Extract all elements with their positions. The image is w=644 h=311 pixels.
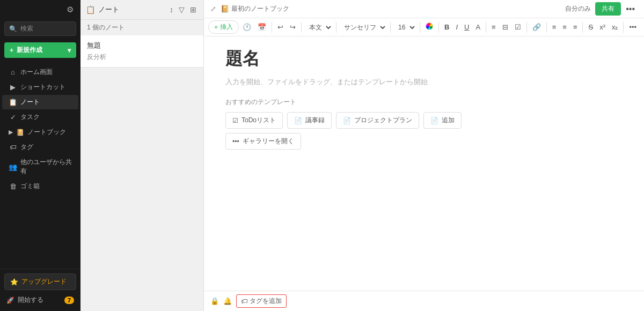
- template-minutes[interactable]: 📄 議事録: [287, 112, 332, 129]
- template-section: おすすめのテンプレート ☑ ToDoリスト 📄 議事録 📄 プロジェクトプラン …: [225, 98, 623, 150]
- note-list-count: 1 個のノート: [80, 20, 203, 35]
- note-item-title: 無題: [87, 41, 197, 50]
- tag-add-button[interactable]: 🏷 タグを追加: [236, 294, 287, 308]
- template-minutes-icon: 📄: [294, 117, 302, 124]
- new-button-label: 新規作成: [17, 46, 42, 55]
- sidebar-item-label: ショートカット: [20, 83, 65, 92]
- toolbar-sep-11: [623, 22, 624, 33]
- template-todo-icon: ☑: [232, 117, 238, 124]
- bullet-list-button[interactable]: ≡: [489, 21, 499, 33]
- italic-button[interactable]: I: [453, 21, 460, 33]
- editor-title: 題名: [225, 47, 623, 71]
- settings-icon[interactable]: ⚙: [65, 4, 75, 16]
- sidebar-item-tasks[interactable]: ✓ タスク: [2, 110, 78, 124]
- gallery-label: ギャラリーを開く: [243, 137, 294, 146]
- font-select[interactable]: サンセリフ: [339, 21, 387, 33]
- calendar-button[interactable]: 📅: [255, 21, 269, 33]
- align-left-button[interactable]: ≡: [550, 21, 559, 33]
- trash-icon: 🗑: [9, 182, 17, 190]
- toolbar-sep-9: [546, 22, 547, 33]
- link-button[interactable]: 🔗: [530, 21, 544, 33]
- insert-button[interactable]: + 挿入: [208, 20, 239, 34]
- search-bar[interactable]: 🔍 検索: [4, 21, 76, 36]
- sidebar-item-label: ノートブック: [27, 128, 66, 137]
- editor-placeholder: 入力を開始、ファイルをドラッグ、またはテンプレートから開始: [225, 77, 623, 87]
- editor-footer: 🔒 🔔 🏷 タグを追加: [204, 291, 644, 311]
- clock-button[interactable]: 🕐: [240, 21, 254, 33]
- sidebar-item-label: ノート: [20, 98, 40, 107]
- note-list-actions: ↕ ▽ ⊞: [168, 4, 198, 15]
- search-placeholder: 検索: [20, 24, 33, 33]
- start-icon: 🚀: [6, 297, 14, 304]
- template-project[interactable]: 📄 プロジェクトプラン: [336, 112, 419, 129]
- text-style-select[interactable]: 本文: [304, 21, 333, 33]
- color-circle: [426, 23, 433, 30]
- more-button[interactable]: •••: [623, 3, 638, 15]
- start-label: 開始する: [18, 295, 43, 305]
- new-button[interactable]: + 新規作成 ▾: [4, 42, 76, 58]
- template-add-icon: 📄: [430, 117, 438, 124]
- tags-icon: 🏷: [9, 143, 17, 151]
- gallery-icon: •••: [232, 138, 239, 145]
- shortcuts-icon: ▶: [9, 83, 17, 91]
- align-right-button[interactable]: ≡: [570, 21, 580, 33]
- template-section-label: おすすめのテンプレート: [225, 98, 623, 107]
- home-icon: ⌂: [9, 68, 17, 76]
- check-list-button[interactable]: ☑: [512, 21, 524, 33]
- sidebar-nav: ⌂ ホーム画面 ▶ ショートカット 📋 ノート ✓ タスク ▶ 📔 ノートブック…: [0, 62, 80, 269]
- tag-label: タグを追加: [250, 297, 282, 306]
- sidebar-item-notebooks[interactable]: ▶ 📔 ノートブック: [2, 125, 78, 139]
- upgrade-icon: ⭐: [10, 278, 18, 286]
- strikethrough-button[interactable]: S: [586, 21, 596, 33]
- sidebar-item-label: 他のユーザから共有: [20, 158, 72, 176]
- sidebar-item-notes[interactable]: 📋 ノート: [2, 95, 78, 109]
- bold-button[interactable]: B: [442, 21, 452, 33]
- notebook-book-icon: 📔: [16, 129, 24, 136]
- editor-topbar: ⤢ 📔 最初のノートブック 自分のみ 共有 •••: [204, 0, 644, 18]
- sidebar: ⚙ 🔍 検索 + 新規作成 ▾ ⌂ ホーム画面 ▶ ショートカット 📋 ノート …: [0, 0, 80, 311]
- highlight-button[interactable]: A: [473, 21, 483, 33]
- sidebar-item-label: タスク: [20, 113, 40, 122]
- owner-label: 自分のみ: [565, 4, 591, 13]
- tag-icon: 🏷: [241, 298, 247, 305]
- toolbar-sep-4: [390, 22, 391, 33]
- note-list-title: ノート: [98, 5, 165, 14]
- subscript-button[interactable]: x₂: [609, 21, 621, 33]
- sidebar-item-shortcuts[interactable]: ▶ ショートカット: [2, 80, 78, 94]
- upgrade-label: アップグレード: [21, 277, 67, 286]
- start-item[interactable]: 🚀 開始する 7: [4, 293, 76, 307]
- template-add[interactable]: 📄 追加: [423, 112, 462, 129]
- shared-icon: 👥: [9, 163, 17, 171]
- redo-button[interactable]: ↪: [287, 21, 298, 33]
- color-button[interactable]: [423, 21, 436, 33]
- template-minutes-label: 議事録: [305, 116, 325, 125]
- sidebar-item-tags[interactable]: 🏷 タグ: [2, 140, 78, 154]
- template-todo[interactable]: ☑ ToDoリスト: [225, 112, 283, 129]
- upgrade-button[interactable]: ⭐ アップグレード: [4, 273, 76, 290]
- underline-button[interactable]: U: [462, 21, 472, 33]
- superscript-button[interactable]: x²: [597, 21, 608, 33]
- sidebar-item-trash[interactable]: 🗑 ゴミ箱: [2, 179, 78, 194]
- view-button[interactable]: ⊞: [188, 4, 198, 15]
- sort-button[interactable]: ↕: [168, 4, 175, 15]
- undo-button[interactable]: ↩: [275, 21, 286, 33]
- gallery-button[interactable]: ••• ギャラリーを開く: [225, 133, 301, 150]
- note-list-panel: 📋 ノート ↕ ▽ ⊞ 1 個のノート 無題 反分析: [80, 0, 204, 311]
- filter-button[interactable]: ▽: [177, 4, 186, 15]
- toolbar-sep-1: [272, 22, 272, 33]
- bell-icon: 🔔: [223, 297, 232, 305]
- sidebar-item-label: タグ: [20, 143, 33, 152]
- num-list-button[interactable]: ⊟: [500, 21, 511, 33]
- editor-content[interactable]: 題名 入力を開始、ファイルをドラッグ、またはテンプレートから開始 おすすめのテン…: [204, 36, 644, 291]
- sidebar-item-home[interactable]: ⌂ ホーム画面: [2, 65, 78, 79]
- font-size-select[interactable]: 16: [393, 21, 417, 33]
- toolbar-sep-3: [336, 22, 336, 33]
- sidebar-item-shared[interactable]: 👥 他のユーザから共有: [2, 155, 78, 179]
- toolbar-more-button[interactable]: •••: [626, 21, 639, 33]
- align-center-button[interactable]: ≡: [560, 21, 569, 33]
- lock-icon: 🔒: [210, 297, 219, 305]
- note-item[interactable]: 無題 反分析: [80, 35, 203, 68]
- share-button[interactable]: 共有: [595, 2, 621, 16]
- new-dropdown-icon: ▾: [68, 47, 71, 54]
- insert-label: 挿入: [220, 23, 233, 32]
